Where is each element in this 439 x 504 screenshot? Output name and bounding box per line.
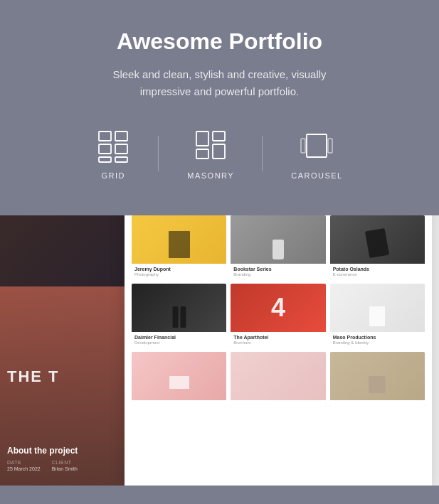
masonry-option[interactable]: MASONRY [159, 129, 263, 180]
svg-rect-8 [196, 149, 208, 159]
item-name-6: Maso Productions [333, 335, 422, 340]
thumb-7 [132, 352, 226, 400]
grid-icon [96, 129, 130, 163]
item-name-4: Daimler Financial [134, 335, 223, 340]
info-7 [132, 400, 226, 407]
portfolio-item-9[interactable] [330, 352, 425, 407]
info-6: Maso Productions Branding & Identity [330, 332, 425, 348]
preview-section: THE T About the project DATE 25 March 20… [0, 215, 439, 486]
svg-rect-6 [196, 132, 208, 146]
item-cat-5: Brochure [233, 341, 322, 345]
portfolio-item-2[interactable]: Bookstar Series Branding [231, 215, 325, 279]
svg-rect-10 [307, 134, 327, 157]
item-name-5: The Aparthotel [233, 335, 322, 340]
info-2: Bookstar Series Branding [231, 264, 325, 279]
date-value: 25 March 2022 [7, 466, 41, 471]
info-1: Jeremy Dupont Photography [132, 264, 226, 279]
svg-rect-9 [213, 144, 225, 159]
svg-rect-1 [115, 132, 127, 141]
thumb-2 [231, 215, 325, 264]
portfolio-item-3[interactable]: Potato Oslands E-commerce [330, 215, 425, 279]
left-preview-card: THE T About the project DATE 25 March 20… [0, 215, 132, 486]
thumb-4 [132, 284, 226, 332]
info-3: Potato Oslands E-commerce [330, 264, 425, 279]
about-box: About the project DATE 25 March 2022 CLI… [7, 446, 125, 471]
svg-rect-11 [301, 139, 305, 153]
svg-rect-7 [213, 132, 225, 141]
portfolio-grid: Jeremy Dupont Photography Bookstar Serie… [132, 215, 425, 407]
top-section: Awesome Portfolio Sleek and clean, styli… [0, 0, 439, 215]
item-cat-1: Photography [134, 272, 223, 277]
info-9 [330, 400, 425, 407]
carousel-icon [300, 129, 334, 163]
carousel-option[interactable]: CAROUSEL [263, 129, 371, 180]
portfolio-item-6[interactable]: Maso Productions Branding & Identity [330, 284, 425, 348]
masonry-icon [194, 129, 228, 163]
portfolio-item-4[interactable]: Daimler Financial Development [132, 284, 226, 348]
item-name-3: Potato Oslands [333, 267, 422, 272]
date-col: DATE 25 March 2022 [7, 460, 41, 471]
item-name-2: Bookstar Series [233, 267, 322, 272]
svg-rect-12 [328, 139, 332, 153]
item-name-1: Jeremy Dupont [134, 267, 223, 272]
grid-label: GRID [102, 171, 126, 180]
client-label: CLIENT [52, 460, 78, 465]
svg-rect-3 [115, 144, 127, 154]
portfolio-types-row: GRID MASONRY CAROUSEL [14, 129, 425, 180]
item-cat-4: Development [134, 341, 223, 345]
headline-text: THE T [7, 368, 60, 386]
client-col: CLIENT Brian Smith [52, 460, 78, 471]
svg-rect-2 [99, 144, 111, 154]
item-cat-3: E-commerce [333, 272, 422, 277]
info-8 [231, 400, 325, 407]
item-cat-2: Branding [233, 272, 322, 277]
svg-rect-4 [99, 157, 111, 162]
about-title: About the project [7, 446, 125, 456]
thumb-5: 4 [231, 284, 325, 332]
thumb-8 [231, 352, 325, 400]
right-preview-card: Jeremy Dupont Photography Bookstar Serie… [125, 215, 432, 486]
portfolio-item-7[interactable] [132, 352, 226, 407]
portfolio-item-5[interactable]: 4 The Aparthotel Brochure [231, 284, 325, 348]
portfolio-item-1[interactable]: Jeremy Dupont Photography [132, 215, 226, 279]
svg-rect-5 [115, 157, 127, 162]
portfolio-item-8[interactable] [231, 352, 325, 407]
svg-rect-0 [99, 132, 111, 141]
date-label: DATE [7, 460, 41, 465]
info-4: Daimler Financial Development [132, 332, 226, 348]
main-title: Awesome Portfolio [14, 28, 425, 55]
thumb-3 [330, 215, 425, 264]
grid-option[interactable]: GRID [68, 129, 159, 180]
client-value: Brian Smith [52, 466, 78, 471]
info-5: The Aparthotel Brochure [231, 332, 325, 348]
subtitle: Sleek and clean, stylish and creative, v… [99, 66, 341, 100]
thumb-6 [330, 284, 425, 332]
masonry-label: MASONRY [187, 171, 234, 180]
about-meta: DATE 25 March 2022 CLIENT Brian Smith [7, 460, 125, 471]
item-cat-6: Branding & Identity [333, 341, 422, 345]
thumb-1 [132, 215, 226, 264]
left-card-background: THE T About the project DATE 25 March 20… [0, 215, 132, 486]
thumb-9 [330, 352, 425, 400]
carousel-label: CAROUSEL [291, 171, 343, 180]
